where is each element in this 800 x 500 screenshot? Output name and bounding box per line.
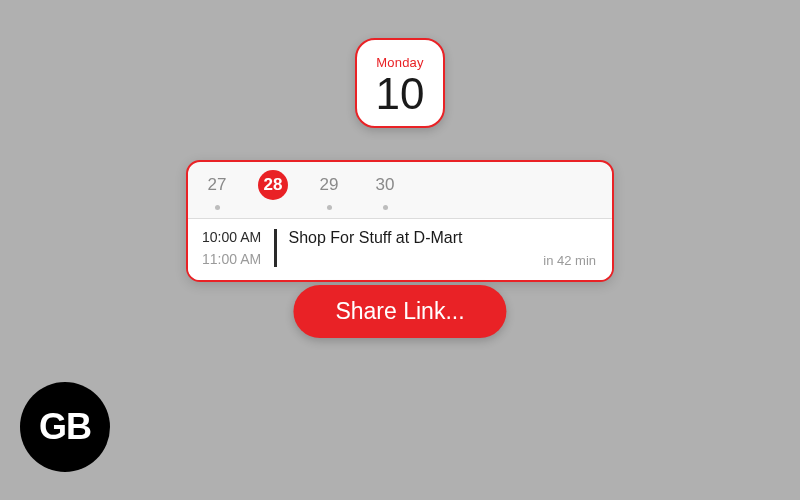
date-col-27[interactable]: 27 [202,170,232,210]
event-dot-icon [383,205,388,210]
date-number: 29 [314,170,344,200]
date-number-selected: 28 [258,170,288,200]
icon-day-number: 10 [376,72,425,116]
share-link-button[interactable]: Share Link... [293,285,506,338]
event-color-bar [274,229,277,267]
event-body: Shop For Stuff at D-Mart in 42 min [289,229,599,268]
event-start-time: 10:00 AM [202,229,270,245]
event-time-block: 10:00 AM 11:00 AM [202,229,270,267]
event-title: Shop For Stuff at D-Mart [289,229,599,247]
date-col-30[interactable]: 30 [370,170,400,210]
logo-text: GB [39,406,91,448]
event-eta: in 42 min [543,253,596,268]
date-strip: 27 28 29 30 [188,162,612,219]
event-end-time: 11:00 AM [202,251,270,267]
date-number: 30 [370,170,400,200]
site-logo-badge: GB [20,382,110,472]
event-row[interactable]: 10:00 AM 11:00 AM Shop For Stuff at D-Ma… [188,219,612,280]
date-col-29[interactable]: 29 [314,170,344,210]
date-col-28[interactable]: 28 [258,170,288,210]
date-number: 27 [202,170,232,200]
event-dot-icon [327,205,332,210]
calendar-app-icon: Monday 10 [355,38,445,128]
icon-day-name: Monday [376,55,423,70]
event-dot-icon [215,205,220,210]
calendar-event-card[interactable]: 27 28 29 30 10:00 AM 11:00 AM Shop For S… [186,160,614,282]
